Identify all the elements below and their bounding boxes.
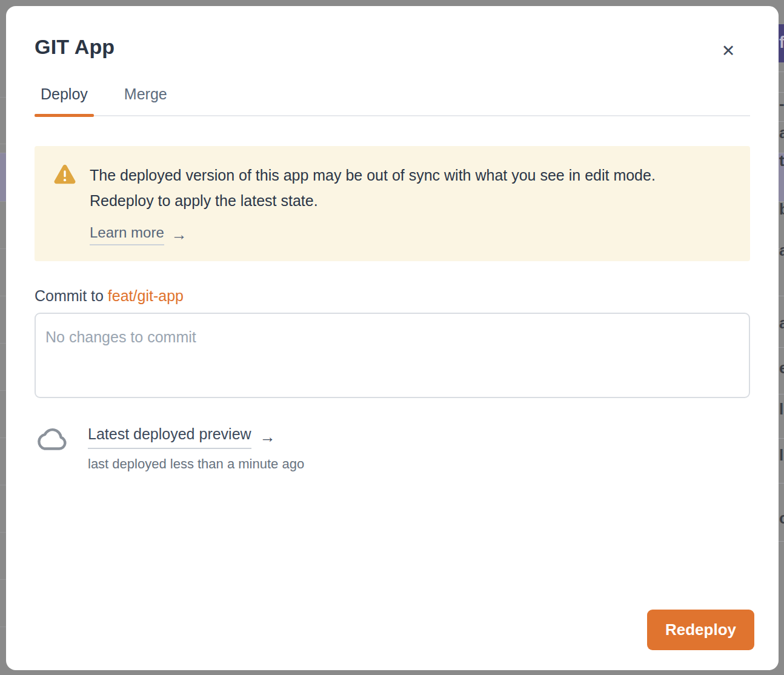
git-app-modal: GIT App ✕ Deploy Merge The deployed vers…	[6, 6, 779, 670]
preview-body: Latest deployed preview → last deployed …	[88, 425, 304, 472]
warning-message-line2: Redeploy to apply the latest state.	[90, 192, 318, 209]
tab-deploy[interactable]: Deploy	[35, 85, 94, 115]
background-row-divider	[0, 627, 6, 627]
background-selected-row	[0, 153, 6, 201]
warning-message: The deployed version of this app may be …	[90, 162, 656, 213]
last-deployed-text: last deployed less than a minute ago	[88, 456, 304, 472]
background-text-fragment: -	[779, 96, 784, 111]
branch-name: feat/git-app	[108, 287, 184, 304]
background-row-divider	[0, 153, 6, 153]
modal-title: GIT App	[35, 35, 750, 59]
warning-icon	[53, 164, 77, 189]
commit-to-label: Commit to	[35, 287, 108, 304]
background-row-divider	[779, 438, 784, 439]
redeploy-button[interactable]: Redeploy	[647, 610, 754, 650]
commit-label-row: Commit to feat/git-app	[35, 287, 750, 305]
background-text-fragment: t	[779, 153, 784, 168]
background-row-divider	[0, 248, 6, 249]
background-row-divider	[0, 343, 6, 344]
background-row-divider	[779, 121, 784, 122]
background-text-fragment: a	[779, 125, 784, 141]
background-text-fragment: a	[779, 315, 784, 331]
preview-section: Latest deployed preview → last deployed …	[35, 425, 750, 472]
tab-bar: Deploy Merge	[35, 85, 750, 116]
background-text-fragment: b	[779, 201, 784, 217]
tab-merge[interactable]: Merge	[118, 85, 173, 115]
background-text-fragment: e	[779, 360, 784, 376]
latest-deployed-preview-link[interactable]: Latest deployed preview	[88, 425, 251, 449]
background-row-divider	[0, 532, 6, 533]
background-row-divider	[779, 483, 784, 484]
background-row-divider	[779, 92, 784, 93]
learn-more-row: Learn more →	[90, 224, 656, 245]
background-row-divider	[0, 201, 6, 202]
background-row-divider	[0, 296, 6, 296]
background-row-divider	[0, 390, 6, 391]
background-row-divider	[0, 579, 6, 580]
cloud-icon	[36, 426, 68, 455]
warning-message-line1: The deployed version of this app may be …	[90, 167, 656, 184]
background-row-divider	[779, 296, 784, 296]
preview-link-row: Latest deployed preview →	[88, 425, 304, 449]
background-row-divider	[0, 144, 6, 144]
arrow-right-icon: →	[260, 428, 276, 447]
learn-more-link[interactable]: Learn more	[90, 224, 164, 245]
screen: { "modal": { "title": "GIT App", "close_…	[0, 0, 784, 675]
modal-header: GIT App ✕	[35, 6, 750, 59]
background-header-text: fr	[779, 33, 784, 52]
background-row-divider	[0, 437, 6, 438]
background-row-divider	[0, 485, 6, 485]
background-text-fragment: ll	[779, 401, 784, 417]
close-icon[interactable]: ✕	[715, 38, 742, 64]
warning-banner: The deployed version of this app may be …	[35, 146, 750, 261]
background-text-fragment: c	[779, 510, 784, 526]
background-row-divider	[779, 541, 784, 542]
background-text-fragment: aa	[779, 242, 784, 258]
background-text-fragment: li	[779, 447, 784, 463]
commit-message-input[interactable]	[35, 313, 750, 398]
background-row-divider	[779, 71, 784, 72]
background-row-divider	[779, 347, 784, 348]
background-app-left-sliver	[0, 0, 6, 675]
background-purple-header: fr	[779, 24, 784, 62]
background-row-divider	[779, 394, 784, 394]
warning-body: The deployed version of this app may be …	[90, 162, 656, 245]
arrow-right-icon: →	[171, 225, 187, 244]
background-row-divider	[0, 97, 6, 98]
background-app-right-sliver: fr -atbaaaelllic	[779, 0, 784, 675]
